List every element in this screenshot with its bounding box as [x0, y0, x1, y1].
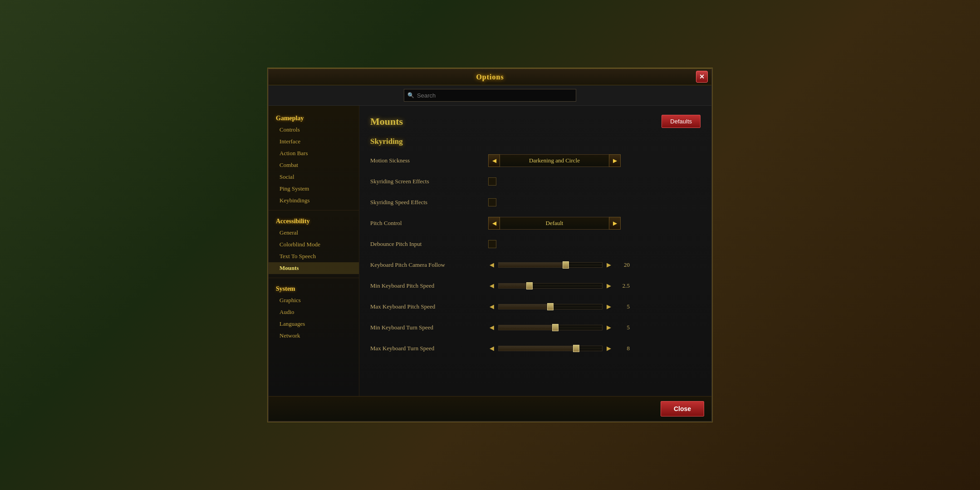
sidebar-item-mounts[interactable]: Mounts: [269, 262, 359, 274]
max-pitch-speed-decrease-button[interactable]: ◀: [488, 303, 495, 310]
max-pitch-speed-value: 5: [615, 303, 630, 310]
divider-1: [269, 210, 359, 211]
dialog-title: Options: [476, 73, 504, 81]
setting-row-max-pitch-speed: Max Keyboard Pitch Speed ◀ ▶ 5: [370, 299, 701, 314]
sidebar-item-colorblind-mode[interactable]: Colorblind Mode: [269, 239, 359, 250]
search-wrapper: 🔍: [404, 89, 576, 102]
motion-sickness-label: Motion Sickness: [370, 157, 488, 164]
setting-row-motion-sickness: Motion Sickness ◀ Darkening and Circle ▶: [370, 153, 701, 168]
sidebar-item-action-bars[interactable]: Action Bars: [269, 147, 359, 159]
setting-row-pitch-control: Pitch Control ◀ Default ▶: [370, 216, 701, 230]
motion-sickness-control: ◀ Darkening and Circle ▶: [488, 154, 621, 167]
search-bar: 🔍: [269, 85, 711, 106]
sidebar-item-languages[interactable]: Languages: [269, 318, 359, 330]
sidebar-item-audio[interactable]: Audio: [269, 306, 359, 318]
gameplay-section-header: Gameplay: [269, 111, 359, 124]
pitch-camera-label: Keyboard Pitch Camera Follow: [370, 261, 488, 269]
sidebar-item-graphics[interactable]: Graphics: [269, 294, 359, 306]
pitch-camera-increase-button[interactable]: ▶: [605, 261, 612, 269]
pitch-camera-decrease-button[interactable]: ◀: [488, 261, 495, 269]
sidebar-item-ping-system[interactable]: Ping System: [269, 183, 359, 195]
max-pitch-speed-slider-control: ◀ ▶ 5: [488, 303, 630, 310]
sidebar-item-text-to-speech[interactable]: Text To Speech: [269, 250, 359, 262]
setting-row-pitch-camera: Keyboard Pitch Camera Follow ◀ ▶ 20: [370, 258, 701, 272]
min-turn-speed-label: Min Keyboard Turn Speed: [370, 324, 488, 331]
min-pitch-speed-increase-button[interactable]: ▶: [605, 282, 612, 289]
pitch-camera-value: 20: [615, 261, 630, 269]
min-pitch-speed-decrease-button[interactable]: ◀: [488, 282, 495, 289]
pitch-control-label: Pitch Control: [370, 220, 488, 227]
main-panel: Mounts Defaults Skyriding Motion Sicknes…: [359, 106, 711, 396]
min-pitch-speed-slider-control: ◀ ▶ 2.5: [488, 282, 630, 289]
close-dialog-button[interactable]: Close: [661, 401, 704, 416]
sidebar-item-interface[interactable]: Interface: [269, 136, 359, 147]
settings-container: Motion Sickness ◀ Darkening and Circle ▶…: [370, 153, 701, 356]
sidebar-item-social[interactable]: Social: [269, 171, 359, 183]
title-bar: Options ✕: [269, 69, 711, 85]
min-turn-speed-slider[interactable]: [498, 325, 603, 330]
max-turn-speed-value: 8: [615, 345, 630, 352]
min-pitch-speed-label: Min Keyboard Pitch Speed: [370, 282, 488, 289]
system-section-header: System: [269, 282, 359, 294]
sidebar-item-controls[interactable]: Controls: [269, 124, 359, 136]
setting-row-min-pitch-speed: Min Keyboard Pitch Speed ◀ ▶ 2.5: [370, 279, 701, 293]
max-turn-speed-slider-control: ◀ ▶ 8: [488, 345, 630, 352]
accessibility-section-header: Accessibility: [269, 214, 359, 227]
content-area: Gameplay Controls Interface Action Bars …: [269, 106, 711, 396]
setting-row-screen-effects: Skyriding Screen Effects: [370, 174, 701, 189]
max-turn-speed-slider[interactable]: [498, 346, 603, 351]
max-pitch-speed-slider[interactable]: [498, 304, 603, 309]
sidebar: Gameplay Controls Interface Action Bars …: [269, 106, 359, 396]
screen-effects-checkbox[interactable]: [488, 177, 496, 186]
options-dialog: Options ✕ 🔍 Gameplay Controls Interface …: [268, 68, 712, 422]
motion-sickness-value: Darkening and Circle: [500, 154, 609, 167]
setting-row-min-turn-speed: Min Keyboard Turn Speed ◀ ▶ 5: [370, 320, 701, 335]
screen-effects-label: Skyriding Screen Effects: [370, 178, 488, 185]
setting-row-debounce: Debounce Pitch Input: [370, 237, 701, 251]
setting-row-speed-effects: Skyriding Speed Effects: [370, 195, 701, 210]
min-pitch-speed-value: 2.5: [615, 282, 630, 289]
speed-effects-checkbox[interactable]: [488, 198, 496, 206]
min-turn-speed-value: 5: [615, 324, 630, 331]
max-turn-speed-decrease-button[interactable]: ◀: [488, 345, 495, 352]
speed-effects-label: Skyriding Speed Effects: [370, 199, 488, 206]
bottom-bar: Close: [269, 396, 711, 421]
sidebar-item-keybindings[interactable]: Keybindings: [269, 195, 359, 206]
motion-sickness-prev-button[interactable]: ◀: [488, 154, 500, 167]
search-input[interactable]: [404, 89, 576, 102]
max-turn-speed-increase-button[interactable]: ▶: [605, 345, 612, 352]
debounce-label: Debounce Pitch Input: [370, 240, 488, 248]
pitch-control-value: Default: [500, 217, 609, 230]
pitch-control-next-button[interactable]: ▶: [609, 217, 621, 230]
pitch-camera-slider[interactable]: [498, 262, 603, 268]
pitch-control-prev-button[interactable]: ◀: [488, 217, 500, 230]
max-turn-speed-label: Max Keyboard Turn Speed: [370, 345, 488, 352]
min-turn-speed-decrease-button[interactable]: ◀: [488, 324, 495, 331]
sidebar-item-network[interactable]: Network: [269, 330, 359, 342]
pitch-control-control: ◀ Default ▶: [488, 217, 621, 230]
section-title: Skyriding: [370, 137, 701, 146]
setting-row-max-turn-speed: Max Keyboard Turn Speed ◀ ▶ 8: [370, 341, 701, 356]
motion-sickness-next-button[interactable]: ▶: [609, 154, 621, 167]
min-turn-speed-slider-control: ◀ ▶ 5: [488, 324, 630, 331]
sidebar-item-combat[interactable]: Combat: [269, 159, 359, 171]
pitch-camera-slider-control: ◀ ▶ 20: [488, 261, 630, 269]
divider-2: [269, 278, 359, 278]
panel-header: Mounts Defaults: [370, 115, 701, 128]
search-icon: 🔍: [407, 92, 414, 99]
sidebar-item-general[interactable]: General: [269, 227, 359, 239]
defaults-button[interactable]: Defaults: [662, 115, 701, 128]
min-pitch-speed-slider[interactable]: [498, 283, 603, 289]
max-pitch-speed-label: Max Keyboard Pitch Speed: [370, 303, 488, 310]
max-pitch-speed-increase-button[interactable]: ▶: [605, 303, 612, 310]
title-close-button[interactable]: ✕: [696, 71, 708, 83]
panel-title: Mounts: [370, 116, 403, 127]
debounce-checkbox[interactable]: [488, 240, 496, 248]
min-turn-speed-increase-button[interactable]: ▶: [605, 324, 612, 331]
